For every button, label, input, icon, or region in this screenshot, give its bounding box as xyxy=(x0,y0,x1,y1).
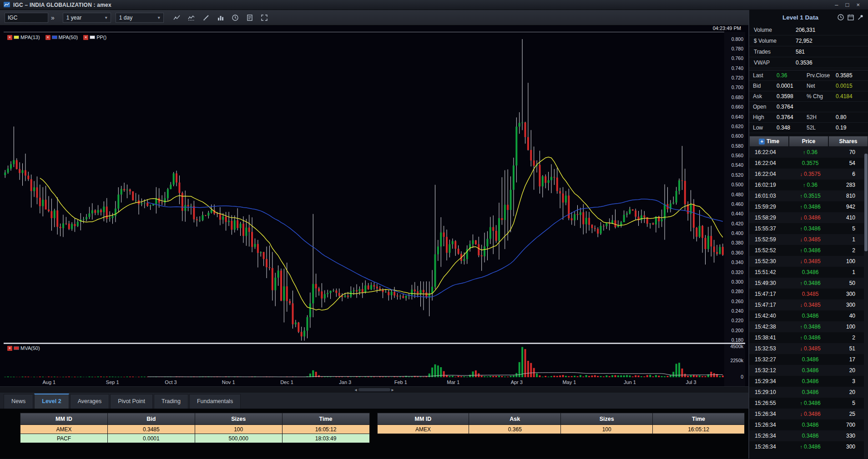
draw-brush-icon[interactable] xyxy=(200,12,212,23)
clock-icon[interactable] xyxy=(229,12,241,23)
tab-averages[interactable]: Averages xyxy=(70,394,110,409)
tab-level-2[interactable]: Level 2 xyxy=(34,394,69,409)
trade-shares: 5 xyxy=(831,400,868,406)
clock-icon[interactable] xyxy=(837,14,844,21)
trade-time: 15:47:17 xyxy=(749,291,789,297)
svg-text:0.700: 0.700 xyxy=(732,85,743,90)
interval-dropdown[interactable]: 1 day ▾ xyxy=(116,13,164,23)
quote-label: Bid xyxy=(753,83,777,89)
trade-shares: 100 xyxy=(831,324,868,330)
pin-icon[interactable] xyxy=(857,14,864,21)
up-arrow-icon: ↑ xyxy=(800,226,802,231)
trade-shares: 25 xyxy=(831,411,868,417)
svg-text:0.340: 0.340 xyxy=(732,259,743,265)
market-maker-row[interactable]: AMEX0.36510016:05:12 xyxy=(377,425,744,434)
trade-time: 16:02:19 xyxy=(749,182,789,188)
legend-label: MPA(13) xyxy=(20,35,40,40)
trade-price: ↑0.3515 xyxy=(789,193,831,199)
scroll-right-arrow[interactable]: ▸ xyxy=(392,388,394,392)
indicator-icon[interactable] xyxy=(186,12,197,23)
svg-text:0.760: 0.760 xyxy=(732,55,743,61)
trade-time: 16:22:04 xyxy=(749,149,789,155)
market-maker-row[interactable]: PACF0.0001500,00018:03:49 xyxy=(20,434,370,443)
trade-time: 15:58:29 xyxy=(749,215,789,221)
trade-price: ↑0.36 xyxy=(789,182,831,188)
tab-pivot-point[interactable]: Pivot Point xyxy=(110,394,153,409)
fullscreen-icon[interactable] xyxy=(258,12,270,23)
trade-shares: 20 xyxy=(831,367,868,374)
up-arrow-icon: ↑ xyxy=(800,204,802,210)
legend-swatch xyxy=(52,35,57,39)
svg-text:0.680: 0.680 xyxy=(732,95,743,100)
quote-row: Bid0.0001Net0.0015 xyxy=(749,81,868,91)
ts-column-time[interactable]: +Time xyxy=(749,136,789,147)
quote-row: Open0.3764 xyxy=(749,102,868,112)
legend-close-icon[interactable]: × xyxy=(83,35,88,40)
legend-close-icon[interactable]: × xyxy=(7,35,12,40)
stat-label: Volume xyxy=(754,27,796,33)
interval-value: 1 day xyxy=(119,15,132,21)
market-maker-row[interactable]: AMEX0.348510016:05:12 xyxy=(20,425,370,434)
symbol-expand-button[interactable]: » xyxy=(48,14,58,21)
svg-text:Apr 3: Apr 3 xyxy=(511,379,523,385)
close-button[interactable]: × xyxy=(856,0,860,10)
ts-column-price[interactable]: Price xyxy=(789,136,828,147)
trade-price: 0.3486 xyxy=(789,378,831,384)
chart-area: 04:23:49 PM 0.8000.7800.7600.7400.7200.7… xyxy=(0,25,748,386)
svg-text:0.320: 0.320 xyxy=(732,269,743,275)
svg-text:0.400: 0.400 xyxy=(732,230,743,236)
volume-bars-icon[interactable] xyxy=(215,12,227,23)
tab-fundamentals[interactable]: Fundamentals xyxy=(189,394,241,409)
scrollbar-thumb[interactable] xyxy=(864,154,868,251)
svg-text:0.720: 0.720 xyxy=(732,75,743,80)
chart-scroll-strip: ◂ ▸ xyxy=(0,386,748,393)
trade-price: 0.3486 xyxy=(789,422,831,428)
trade-price: 0.3486 xyxy=(789,367,831,374)
svg-text:2250k: 2250k xyxy=(730,358,743,363)
quote-value: 0.4184 xyxy=(836,93,864,100)
legend-label: PP() xyxy=(96,35,106,40)
cell: AMEX xyxy=(20,425,108,434)
legend-close-icon[interactable]: × xyxy=(7,346,12,351)
minimize-button[interactable]: – xyxy=(835,0,838,10)
time-sales-row: 15:26:34↓0.348625 xyxy=(749,409,868,419)
trade-price: 0.3486 xyxy=(789,269,831,275)
trade-time: 15:32:27 xyxy=(749,356,789,363)
svg-text:Feb 1: Feb 1 xyxy=(394,379,407,385)
time-sales-row: 15:38:41↑0.34862 xyxy=(749,332,868,343)
trading-app-window: IGC – INDIA GLOBALIZATION : amex – □ × »… xyxy=(0,0,868,459)
trade-time: 15:49:30 xyxy=(749,280,789,286)
time-sales-row: 15:42:38↑0.3486100 xyxy=(749,321,868,332)
trade-time: 15:47:17 xyxy=(749,302,789,308)
stat-row: $ Volume72,952 xyxy=(749,35,868,46)
calendar-icon[interactable] xyxy=(847,14,854,21)
tab-news[interactable]: News xyxy=(4,394,33,409)
symbol-input[interactable] xyxy=(5,13,48,23)
legend-close-icon[interactable]: × xyxy=(45,35,50,40)
scroll-track[interactable] xyxy=(358,388,390,391)
level1-title: Level 1 Data xyxy=(749,14,852,21)
up-arrow-icon: ↑ xyxy=(800,193,802,199)
report-icon[interactable] xyxy=(244,12,256,23)
add-column-icon[interactable]: + xyxy=(759,139,765,145)
quote-value: 0.3764 xyxy=(777,104,807,110)
maximize-button[interactable]: □ xyxy=(846,0,849,10)
trend-line-icon[interactable] xyxy=(171,12,183,23)
down-arrow-icon: ↓ xyxy=(800,215,802,220)
tab-trading[interactable]: Trading xyxy=(154,394,188,409)
trade-shares: 330 xyxy=(831,433,868,439)
trade-time: 15:38:41 xyxy=(749,334,789,341)
price-chart[interactable]: 0.8000.7800.7600.7400.7200.7000.6800.660… xyxy=(4,32,745,386)
svg-text:0.780: 0.780 xyxy=(732,46,743,51)
svg-text:May 1: May 1 xyxy=(562,379,576,385)
quote-label: Prv.Close xyxy=(807,72,836,79)
cell: PACF xyxy=(20,434,108,443)
trade-shares: 2 xyxy=(831,334,868,341)
trade-time: 15:29:10 xyxy=(749,389,789,395)
stat-value: 581 xyxy=(796,49,805,55)
trade-shares: 1 xyxy=(831,269,868,275)
ts-column-shares[interactable]: Shares xyxy=(828,136,868,147)
range-dropdown[interactable]: 1 year ▾ xyxy=(63,13,111,23)
scroll-left-arrow[interactable]: ◂ xyxy=(354,388,357,392)
trade-time: 15:32:53 xyxy=(749,345,789,352)
